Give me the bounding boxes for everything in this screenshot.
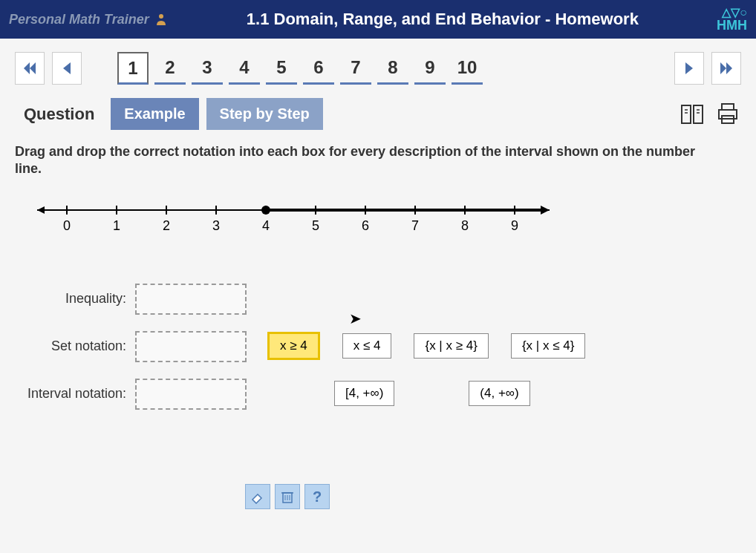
svg-text:5: 5 [312, 218, 319, 233]
drag-x-le-4[interactable]: x ≤ 4 [342, 333, 392, 359]
drag-set-x-ge-4[interactable]: {x | x ≥ 4} [414, 333, 488, 359]
content-area: 1 2 3 4 5 6 7 8 9 10 Question Example St… [0, 39, 756, 553]
page-9[interactable]: 9 [414, 52, 446, 85]
svg-text:3: 3 [212, 218, 220, 233]
interval-notation-label: Interval notation: [15, 386, 126, 402]
svg-rect-2 [694, 105, 703, 123]
svg-rect-7 [722, 104, 734, 110]
set-notation-dropzone[interactable] [135, 331, 247, 362]
svg-text:0: 0 [63, 218, 71, 233]
page-5[interactable]: 5 [266, 52, 297, 85]
help-button[interactable]: ? [304, 484, 330, 509]
print-icon[interactable] [714, 101, 741, 128]
svg-text:8: 8 [461, 218, 469, 233]
prev-page-button[interactable] [52, 52, 82, 85]
svg-text:9: 9 [511, 218, 518, 233]
person-icon [154, 12, 169, 27]
page-numbers: 1 2 3 4 5 6 7 8 9 10 [117, 52, 667, 85]
set-notation-label: Set notation: [15, 338, 126, 354]
page-3[interactable]: 3 [192, 52, 223, 85]
toolbar: ? [245, 484, 330, 509]
tab-step-by-step[interactable]: Step by Step [206, 98, 323, 130]
drag-source: x ≥ 4 x ≤ 4 {x | x ≥ 4} {x | x ≤ 4} [4, … [267, 332, 585, 406]
svg-text:7: 7 [411, 218, 419, 233]
tab-example[interactable]: Example [111, 98, 198, 130]
page-nav: 1 2 3 4 5 6 7 8 9 10 [15, 52, 741, 85]
page-4[interactable]: 4 [229, 52, 260, 85]
eraser-button[interactable] [245, 484, 270, 509]
hmh-logo: △▽○ HMH [717, 7, 747, 32]
page-1[interactable]: 1 [117, 52, 149, 85]
page-title: 1.1 Domain, Range, and End Behavior - Ho… [169, 10, 717, 29]
drag-x-ge-4[interactable]: x ≥ 4 [267, 332, 320, 360]
last-page-button[interactable] [711, 52, 741, 85]
brand-label: Personal Math Trainer [9, 12, 169, 27]
svg-point-0 [159, 14, 163, 19]
book-icon[interactable] [679, 101, 706, 128]
svg-text:6: 6 [362, 218, 369, 233]
svg-rect-1 [682, 105, 691, 123]
inequality-label: Inequality: [15, 291, 126, 307]
app-header: Personal Math Trainer 1.1 Domain, Range,… [0, 0, 756, 39]
trash-button[interactable] [275, 484, 300, 509]
svg-text:1: 1 [113, 218, 120, 233]
interval-notation-dropzone[interactable] [135, 379, 247, 410]
instruction-text: Drag and drop the correct notation into … [15, 143, 698, 178]
page-7[interactable]: 7 [340, 52, 371, 85]
first-page-button[interactable] [15, 52, 45, 85]
page-6[interactable]: 6 [303, 52, 334, 85]
page-2[interactable]: 2 [154, 52, 186, 85]
tabs: Question Example Step by Step [15, 98, 741, 130]
inequality-dropzone[interactable] [135, 284, 247, 315]
drag-closed-4-inf[interactable]: [4, +∞) [334, 381, 394, 406]
page-8[interactable]: 8 [377, 52, 408, 85]
drag-open-4-inf[interactable]: (4, +∞) [469, 381, 529, 406]
next-page-button[interactable] [674, 52, 704, 85]
tab-question[interactable]: Question [15, 99, 103, 130]
page-10[interactable]: 10 [452, 52, 483, 85]
drag-set-x-le-4[interactable]: {x | x ≤ 4} [511, 333, 585, 359]
svg-text:4: 4 [262, 218, 270, 233]
number-line: 0123456789 [30, 192, 564, 243]
svg-text:2: 2 [163, 218, 170, 233]
